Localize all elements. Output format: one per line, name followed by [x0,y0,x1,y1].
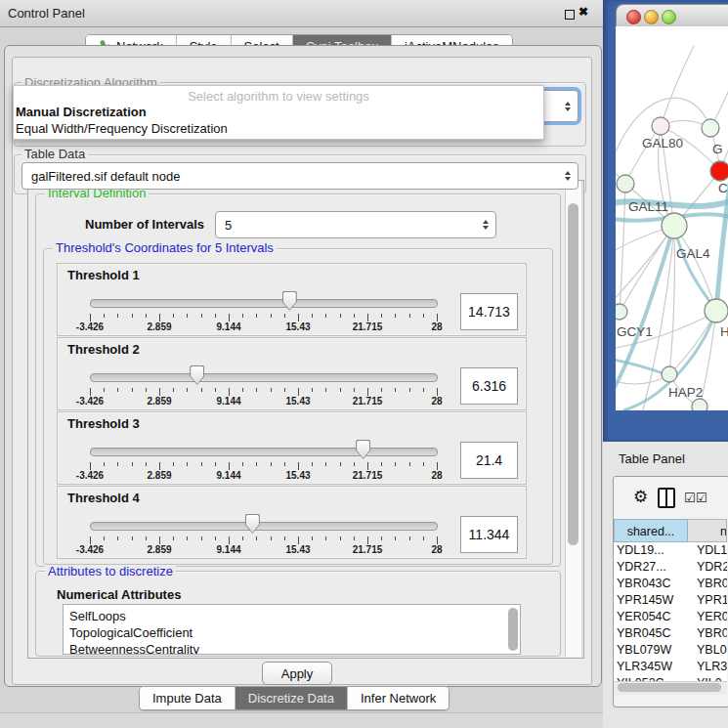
network-node-gal11[interactable] [617,175,634,193]
num-intervals-label: Number of Intervals [85,217,204,232]
attribute-list-item[interactable]: TopologicalCoefficient [64,624,520,641]
threshold-value-field[interactable]: 6.316 [460,367,518,405]
network-edge[interactable] [674,226,716,311]
minimize-traffic-light[interactable] [644,10,659,24]
network-edge[interactable] [616,375,668,384]
network-edge[interactable] [620,229,672,312]
slider-track[interactable] [90,299,438,308]
tick-label: 2.859 [147,544,171,555]
numerical-attributes-list[interactable]: SelfLoopsTopologicalCoefficientBetweenne… [63,604,521,655]
network-node-h[interactable] [705,299,728,322]
algorithm-option-equal-width[interactable]: Equal Width/Frequency Discretization [14,120,543,137]
network-edge-highlighted[interactable] [674,226,716,311]
algorithm-option-manual[interactable]: Manual Discretization [14,104,543,120]
network-edge[interactable] [661,46,694,126]
table-row[interactable]: YDL19...YDL1 [614,542,727,559]
tick-mark [159,536,160,544]
tick-mark [381,314,382,318]
network-node-gcy1[interactable] [616,304,627,320]
tick-mark [312,314,313,318]
network-node-red[interactable] [710,161,728,181]
network-node-g[interactable] [702,119,719,137]
bottom-tab-impute-data[interactable]: Impute Data [140,687,235,709]
node-attribute-table[interactable]: shared... n YDL19...YDL1YDR27...YDR2YBR0… [614,519,727,681]
tick-mark [395,314,396,318]
tick-mark [242,462,243,466]
threshold-value-field[interactable]: 11.344 [460,516,518,553]
tick-mark [367,314,368,321]
tick-mark [242,314,243,318]
column-header-shared-name[interactable]: shared... [614,519,688,542]
table-row[interactable]: YLR345WYLR3 [614,659,727,675]
tick-mark [146,536,147,540]
table-row[interactable]: YBR045CYBR0 [614,625,727,642]
combo-spinner-icon[interactable] [483,220,489,230]
settings-gear-icon[interactable]: ⚙ [633,487,648,507]
node-label: HAP2 [668,385,703,400]
tick-label: 9.144 [216,321,240,332]
column-header-name[interactable]: n [688,519,727,542]
threshold-label: Threshold 3 [67,416,140,431]
close-icon[interactable]: ✖ [578,5,588,19]
tick-mark [187,462,188,466]
attributes-group-label: Attributes to discretize [45,565,176,578]
combo-spinner-icon[interactable] [565,171,571,181]
network-node-gal80[interactable] [652,117,669,135]
network-window-titlebar[interactable] [616,4,728,28]
slider-track[interactable] [90,373,438,382]
threshold-panel-3: Threshold 3-3.4262.8599.14415.4321.71528… [57,411,527,485]
slider-thumb[interactable] [190,365,204,385]
checkbox-icon[interactable]: ☑ [696,491,707,505]
tick-label: 15.43 [285,544,310,555]
slider-thumb[interactable] [356,440,370,459]
network-graph[interactable]: GAL80GCGAL11GAL4GCY1HHAP2 [616,26,728,410]
table-data-combo[interactable]: galFiltered.sif default node [21,162,578,190]
threshold-value-field[interactable]: 14.713 [460,293,518,330]
tick-label: 21.715 [353,321,383,332]
close-traffic-light[interactable] [626,10,641,24]
tick-mark [256,314,257,318]
threshold-label: Threshold 1 [67,268,140,282]
bottom-tab-discretize-data[interactable]: Discretize Data [235,687,347,709]
attribute-list-item[interactable]: BetweennessCentrality [64,641,520,655]
combo-spinner-icon[interactable] [565,102,571,111]
bottom-tab-label: Infer Network [361,691,436,706]
bottom-tab-infer-network[interactable]: Infer Network [347,687,449,709]
num-intervals-combo[interactable]: 5 [215,211,496,238]
slider-thumb[interactable] [245,514,260,534]
table-data-group-label: Table Data [21,148,88,161]
table-row[interactable]: YPR145WYPR1 [614,592,727,609]
tick-label: -3.426 [76,396,104,407]
node-label: GAL80 [642,136,683,150]
slider-track[interactable] [90,448,438,456]
slider-track[interactable] [90,522,438,531]
tick-mark [229,388,230,396]
network-edge[interactable] [625,126,661,184]
table-row[interactable]: YBR043CYBR0 [614,576,727,592]
threshold-value-field[interactable]: 21.4 [460,442,518,479]
vertical-scrollbar-thumb[interactable] [568,203,578,545]
table-row[interactable]: YER054CYER0 [614,609,727,625]
slider-thumb[interactable] [282,291,297,311]
network-node-b2[interactable] [692,399,707,410]
cell-name: YBL0 [688,642,727,659]
algorithm-dropdown-popup: Select algorithm to view settings Manual… [13,85,544,140]
tick-mark [284,314,285,318]
list-scrollbar-thumb[interactable] [508,608,518,651]
table-row[interactable]: YDR27...YDR2 [614,559,727,576]
horizontal-scrollbar-thumb[interactable] [618,683,721,692]
tick-mark [409,314,410,318]
checkbox-icon[interactable]: ☑ [684,491,696,505]
apply-button[interactable]: Apply [262,662,332,685]
node-label: G [712,142,723,156]
network-node-gal4[interactable] [662,213,687,238]
tick-mark [215,536,216,540]
float-window-icon[interactable] [565,10,575,20]
network-canvas[interactable]: GAL80GCGAL11GAL4GCY1HHAP2 [616,26,728,410]
zoom-traffic-light[interactable] [662,10,676,24]
network-node-hap2[interactable] [662,366,677,382]
column-layout-icon[interactable] [658,488,675,508]
tick-mark [298,314,299,321]
table-row[interactable]: YBL079WYBL0 [614,642,727,659]
attribute-list-item[interactable]: SelfLoops [64,608,520,624]
